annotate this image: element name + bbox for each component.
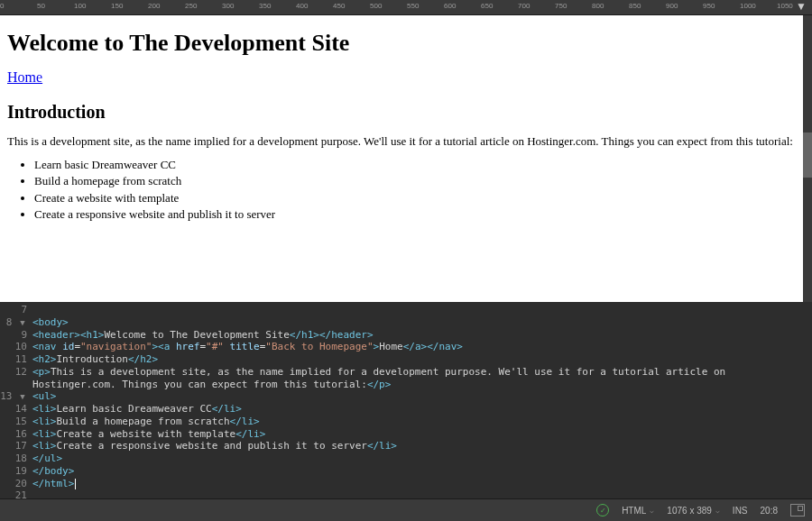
page-title: Welcome to The Development Site <box>7 30 805 57</box>
layout-icon[interactable] <box>790 504 805 516</box>
section-heading: Introduction <box>7 102 805 123</box>
ruler-marker-icon: ▼ <box>796 1 807 12</box>
app-window: 0501001502002503003504004505005506006507… <box>0 0 812 521</box>
list-item: Learn basic Dreamweaver CC <box>34 157 805 173</box>
list-item: Create a website with template <box>34 190 805 206</box>
viewport-size-label: 1076 x 389 <box>667 506 712 516</box>
insert-mode-label: INS <box>733 506 748 516</box>
intro-paragraph: This is a development site, as the name … <box>7 133 805 150</box>
list-item: Build a homepage from scratch <box>34 173 805 189</box>
cursor-position-label: 20:8 <box>761 506 778 516</box>
preview-scrollbar[interactable] <box>803 15 812 302</box>
list-item: Create a responsive website and publish … <box>34 206 805 223</box>
code-lines[interactable]: <body><header><h1>Welcome to The Develop… <box>32 302 812 498</box>
status-ok-icon: ✓ <box>596 504 609 516</box>
line-gutter: 78 ▼910111213 ▼1415161718192021 <box>0 302 31 498</box>
status-bar: ✓ HTML ⌵ 1076 x 389 ⌵ INS 20:8 <box>0 498 812 521</box>
preview-scrollbar-thumb[interactable] <box>803 133 812 178</box>
preview-pane: Welcome to The Development Site Home Int… <box>0 15 812 302</box>
nav-home-link[interactable]: Home <box>7 69 42 85</box>
language-label: HTML <box>622 506 646 516</box>
viewport-size-selector[interactable]: 1076 x 389 ⌵ <box>667 506 720 516</box>
ruler: 0501001502002503003504004505005506006507… <box>0 0 812 15</box>
chevron-down-icon: ⌵ <box>650 507 654 515</box>
code-editor[interactable]: 78 ▼910111213 ▼1415161718192021 <body><h… <box>0 302 812 498</box>
chevron-down-icon: ⌵ <box>715 507 720 515</box>
intro-list: Learn basic Dreamweaver CCBuild a homepa… <box>7 157 805 223</box>
language-selector[interactable]: HTML ⌵ <box>622 506 654 516</box>
